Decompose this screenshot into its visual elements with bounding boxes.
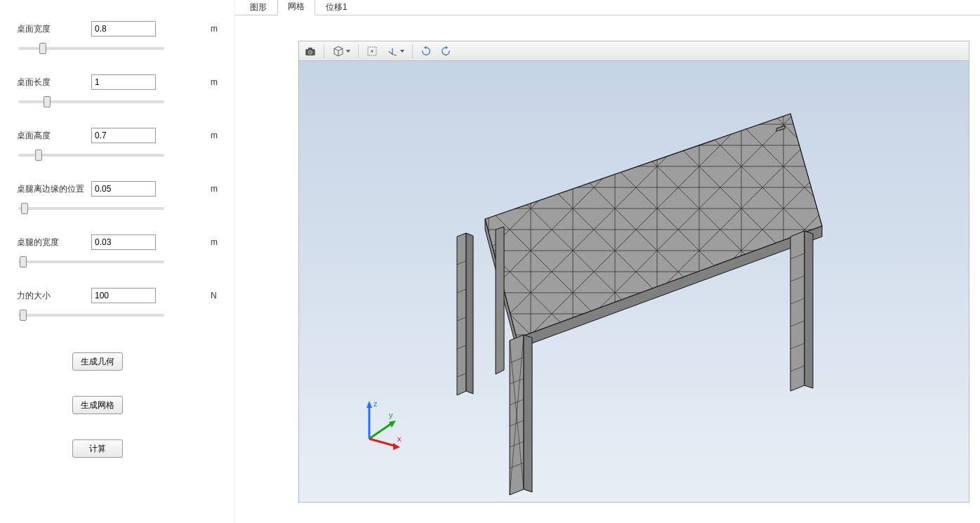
svg-text:z: z <box>373 399 378 408</box>
tab-graphics[interactable]: 图形 <box>239 0 277 15</box>
param-row-height: 桌面高度 m <box>17 126 220 145</box>
svg-marker-34 <box>485 114 822 338</box>
table-height-slider[interactable] <box>18 154 164 157</box>
select-icon[interactable] <box>364 44 380 59</box>
svg-marker-44 <box>366 401 372 408</box>
leg-width-slider[interactable] <box>18 260 164 263</box>
cube-view-icon[interactable] <box>329 44 353 59</box>
param-row-leg-width: 桌腿的宽度 m <box>17 233 220 251</box>
param-unit: m <box>211 237 220 247</box>
svg-point-5 <box>371 50 373 52</box>
param-unit: m <box>211 131 220 140</box>
param-row-leg-offset: 桌腿离边缘的位置 m <box>17 180 220 198</box>
svg-marker-50 <box>393 443 400 450</box>
svg-marker-36 <box>457 233 466 395</box>
param-unit: m <box>211 184 220 194</box>
param-label: 力的大小 <box>17 290 91 302</box>
force-slider[interactable] <box>18 314 164 317</box>
leg-offset-slider[interactable] <box>18 207 164 210</box>
param-unit: m <box>211 24 220 34</box>
svg-line-49 <box>369 439 395 446</box>
param-label: 桌面长度 <box>17 77 91 88</box>
svg-rect-1 <box>308 47 312 49</box>
param-unit: m <box>211 77 220 87</box>
axis-xyz-icon[interactable] <box>383 44 407 59</box>
rotate-cw-icon[interactable] <box>418 44 435 59</box>
leg-offset-input[interactable] <box>91 181 156 197</box>
table-length-input[interactable] <box>91 74 156 90</box>
param-unit: N <box>211 291 220 300</box>
rotate-ccw-icon[interactable] <box>437 44 454 59</box>
param-label: 桌腿的宽度 <box>17 237 91 249</box>
generate-geometry-button[interactable]: 生成几何 <box>72 352 123 371</box>
graphics-toolbar <box>299 41 969 61</box>
param-row-length: 桌面长度 m <box>17 73 220 91</box>
tab-displacement1[interactable]: 位移1 <box>315 0 358 15</box>
graphics-window: z y x <box>298 41 969 503</box>
force-input[interactable] <box>91 288 156 303</box>
param-label: 桌面高度 <box>17 130 91 142</box>
svg-marker-25 <box>804 231 813 388</box>
leg-width-input[interactable] <box>91 234 156 250</box>
svg-marker-24 <box>790 231 804 391</box>
svg-text:x: x <box>397 435 402 443</box>
svg-text:y: y <box>389 411 393 419</box>
mesh-canvas[interactable]: z y x <box>299 61 969 502</box>
svg-line-46 <box>369 423 392 439</box>
table-width-input[interactable] <box>91 21 156 37</box>
svg-marker-37 <box>466 233 473 394</box>
param-row-width: 桌面宽度 m <box>17 20 220 38</box>
param-label: 桌腿离边缘的位置 <box>17 183 91 195</box>
compute-button[interactable]: 计算 <box>72 439 123 458</box>
generate-mesh-button[interactable]: 生成网格 <box>72 396 123 414</box>
tab-bar: 图形 网格 位移1 <box>235 0 980 15</box>
svg-point-3 <box>310 51 312 53</box>
svg-marker-15 <box>524 335 532 492</box>
axis-triad: z y x <box>355 397 411 453</box>
camera-icon[interactable] <box>302 44 319 59</box>
svg-line-7 <box>392 54 397 55</box>
tab-mesh[interactable]: 网格 <box>277 0 315 15</box>
param-label: 桌面宽度 <box>17 23 91 35</box>
svg-marker-35 <box>629 449 643 460</box>
table-height-input[interactable] <box>91 128 156 143</box>
param-row-force: 力的大小 N <box>17 286 220 305</box>
svg-line-8 <box>389 51 392 55</box>
parameter-sidebar: 桌面宽度 m 桌面长度 m 桌面高度 m 桌腿离边缘的位置 m 桌腿的宽度 m <box>0 0 235 523</box>
table-length-slider[interactable] <box>18 100 164 103</box>
main-area: 图形 网格 位移1 <box>235 0 980 523</box>
table-width-slider[interactable] <box>18 47 164 50</box>
svg-marker-47 <box>389 421 396 428</box>
